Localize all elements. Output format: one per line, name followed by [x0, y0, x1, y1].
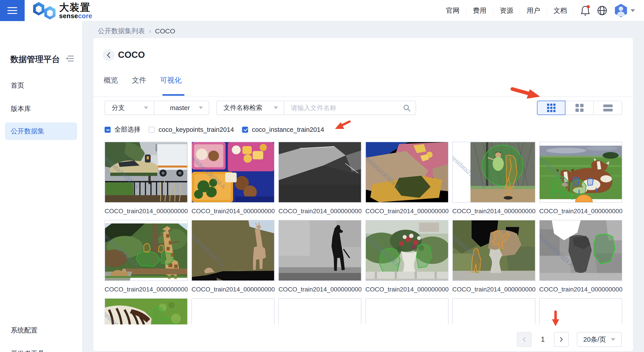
- nav-item-资源[interactable]: 资源: [493, 6, 520, 15]
- globe-language-icon[interactable]: [597, 5, 607, 16]
- grid-tile[interactable]: testdata230324 ACOCO_train2014_000000000…: [539, 220, 622, 298]
- grid-tile[interactable]: testdata230324 ACOCO_train2014_000000000…: [539, 142, 622, 220]
- tab-可视化[interactable]: 可视化: [160, 75, 182, 85]
- nav-item-文档[interactable]: 文档: [547, 6, 574, 15]
- dataset-image[interactable]: testdata230324 A: [539, 142, 622, 203]
- dataset-image[interactable]: testdata230324 A: [104, 142, 188, 203]
- image-filename: COCO_train2014_000000000...: [192, 286, 274, 293]
- next-page-button[interactable]: [554, 332, 569, 347]
- checkbox-option-label: coco_keypoints_train2014: [158, 126, 234, 133]
- grid-tile[interactable]: testdata230324 ACOCO_train2014_000000000…: [452, 142, 536, 220]
- grid-tile[interactable]: testdata230324 ACOCO_train2014_000000000…: [104, 220, 188, 298]
- image-filename: COCO_train2014_000000000...: [452, 208, 536, 215]
- tab-bar: 概览文件可视化: [104, 75, 182, 85]
- view-mode-toggle: [537, 101, 622, 115]
- breadcrumb: 公开数据集列表 › COCO: [98, 27, 175, 36]
- grid-tile[interactable]: COCO_train2014_000000000...: [278, 220, 362, 298]
- sidebar-item-label: 首页: [11, 81, 24, 90]
- grid-tile[interactable]: testdata230324 ACOCO_train2014_000000000…: [366, 220, 448, 298]
- grid-small-icon: [576, 104, 584, 112]
- tab-divider: [94, 96, 633, 97]
- grid-tile[interactable]: [452, 298, 536, 324]
- grid-tile[interactable]: testdata230324 ACOCO_train2014_000000000…: [366, 142, 448, 220]
- select-all-label: 全部选择: [114, 125, 140, 134]
- checkbox-indeterminate-icon: [104, 127, 110, 133]
- image-filename: COCO_train2014_000000000...: [366, 208, 448, 215]
- chevron-down-icon: [611, 338, 615, 341]
- search-filter-group: 文件名称检索: [216, 101, 416, 115]
- checkbox-option-coco_keypoints_train2014[interactable]: coco_keypoints_train2014: [149, 126, 234, 133]
- sidebar-item-开发者工具[interactable]: 开发者工具: [0, 345, 82, 352]
- dataset-image[interactable]: [278, 298, 362, 324]
- breadcrumb-separator-icon: ›: [149, 28, 151, 35]
- nav-item-用户[interactable]: 用户: [520, 6, 547, 15]
- grid-tile[interactable]: testdata230324 A: [104, 298, 188, 324]
- breadcrumb-parent-link[interactable]: 公开数据集列表: [98, 27, 145, 36]
- view-list-button[interactable]: [594, 101, 622, 115]
- dataset-image[interactable]: [539, 298, 622, 324]
- active-tab-underline: [162, 94, 184, 96]
- checkbox-option-coco_instance_train2014[interactable]: coco_instance_train2014: [242, 126, 324, 133]
- nav-item-官网[interactable]: 官网: [439, 6, 466, 15]
- tab-文件[interactable]: 文件: [132, 75, 146, 85]
- sidebar-item-公开数据集[interactable]: 公开数据集: [5, 122, 77, 140]
- sidebar-item-系统配置[interactable]: 系统配置: [0, 321, 82, 339]
- dataset-image[interactable]: testdata230324 A: [366, 142, 448, 203]
- grid-tile[interactable]: COCO_train2014_000000000...: [278, 142, 362, 220]
- dataset-image[interactable]: [366, 298, 448, 324]
- view-grid-small-button[interactable]: [566, 101, 594, 115]
- image-grid: testdata230324 ACOCO_train2014_000000000…: [104, 142, 622, 324]
- grid-tile[interactable]: [366, 298, 448, 324]
- tab-概览[interactable]: 概览: [104, 75, 118, 85]
- dataset-image[interactable]: testdata230324 A: [452, 142, 536, 203]
- image-filename: COCO_train2014_000000000...: [366, 286, 448, 293]
- grid-tile[interactable]: [539, 298, 622, 324]
- back-button[interactable]: [103, 49, 114, 61]
- dataset-image[interactable]: testdata230324 A: [192, 220, 274, 281]
- chevron-down-icon: [144, 106, 148, 109]
- dataset-image[interactable]: testdata230324 A: [452, 220, 536, 281]
- grid-tile[interactable]: testdata230324 ACOCO_train2014_000000000…: [104, 142, 188, 220]
- checkbox-unchecked-icon: [149, 127, 155, 133]
- dataset-image[interactable]: [452, 298, 536, 324]
- view-grid-large-button[interactable]: [537, 101, 566, 115]
- dataset-image[interactable]: testdata230324 A: [366, 220, 448, 281]
- dataset-image[interactable]: testdata230324 A: [192, 142, 274, 203]
- dataset-image[interactable]: testdata230324 A: [104, 298, 188, 324]
- dataset-image[interactable]: testdata230324 A: [539, 220, 622, 281]
- dataset-image[interactable]: testdata230324 A: [104, 220, 188, 281]
- search-input[interactable]: [284, 101, 416, 115]
- notification-bell-icon[interactable]: [580, 5, 590, 16]
- search-field-wrap: [284, 101, 416, 115]
- pagination: 1 20条/页: [517, 332, 622, 347]
- logo-hexagons-icon: [33, 2, 56, 20]
- dataset-image[interactable]: [278, 142, 362, 203]
- page-title: COCO: [118, 50, 145, 60]
- chevron-down-icon: [274, 106, 278, 109]
- grid-tile[interactable]: testdata230324 ACOCO_train2014_000000000…: [192, 142, 274, 220]
- branch-filter-group: 分支 master: [104, 101, 209, 115]
- top-nav-items: 官网费用资源用户文档: [439, 6, 574, 15]
- user-menu[interactable]: [615, 4, 635, 17]
- current-page-number[interactable]: 1: [532, 335, 554, 343]
- sidebar-item-版本库[interactable]: 版本库: [0, 100, 82, 117]
- sidebar-collapse-icon[interactable]: [66, 55, 74, 63]
- search-type-select[interactable]: 文件名称检索: [217, 101, 284, 115]
- dataset-image[interactable]: [278, 220, 362, 281]
- grid-tile[interactable]: testdata230324 ACOCO_train2014_000000000…: [192, 220, 274, 298]
- nav-item-费用[interactable]: 费用: [466, 6, 493, 15]
- prev-page-button[interactable]: [517, 332, 532, 347]
- branch-value-select[interactable]: master: [154, 101, 209, 115]
- search-icon[interactable]: [403, 104, 411, 112]
- select-all-checkbox[interactable]: 全部选择: [104, 125, 140, 134]
- branch-type-select[interactable]: 分支: [105, 101, 154, 115]
- grid-tile[interactable]: [192, 298, 274, 324]
- dataset-image[interactable]: [192, 298, 274, 324]
- grid-tile[interactable]: [278, 298, 362, 324]
- hamburger-menu-button[interactable]: [0, 0, 25, 21]
- image-filename: COCO_train2014_000000000...: [278, 286, 362, 293]
- sidebar-item-首页[interactable]: 首页: [0, 77, 82, 94]
- grid-tile[interactable]: testdata230324 ACOCO_train2014_000000000…: [452, 220, 536, 298]
- page-size-select[interactable]: 20条/页: [577, 332, 622, 347]
- image-filename: COCO_train2014_000000000...: [104, 286, 188, 293]
